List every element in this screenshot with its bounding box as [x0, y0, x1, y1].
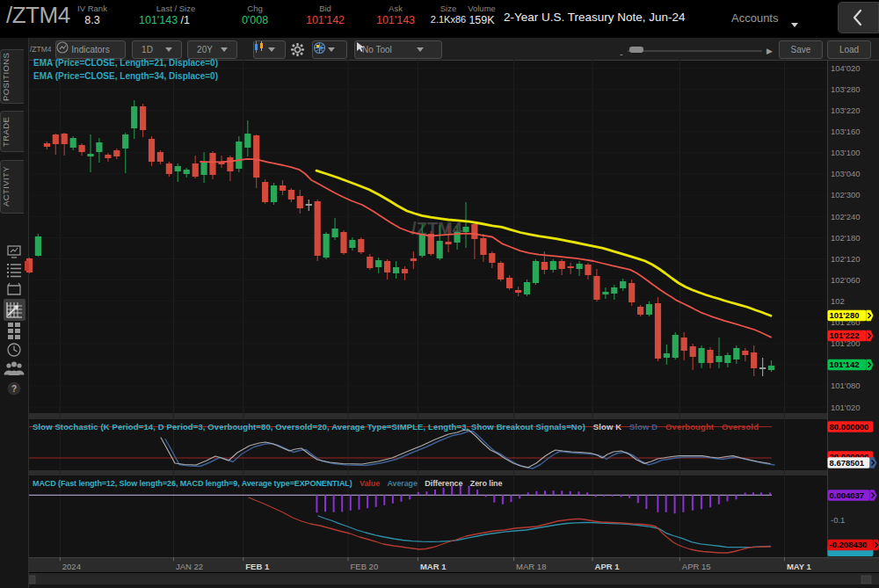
svg-text:103'160: 103'160: [831, 127, 861, 136]
svg-text:101'142: 101'142: [830, 359, 860, 369]
svg-text:?: ?: [11, 384, 17, 394]
svg-text:102'300: 102'300: [831, 190, 861, 200]
svg-text:APR 15: APR 15: [682, 562, 711, 571]
svg-text:102'180: 102'180: [831, 233, 861, 243]
svg-text:MAY 1: MAY 1: [787, 562, 812, 571]
svg-text:101'222: 101'222: [830, 330, 860, 340]
svg-text:101'080: 101'080: [831, 381, 861, 390]
svg-text:103'040: 103'040: [831, 169, 861, 178]
svg-text:103'220: 103'220: [831, 105, 861, 115]
svg-text:FEB 1: FEB 1: [245, 562, 270, 571]
svg-text:8.678501: 8.678501: [830, 458, 865, 468]
svg-text:APR 1: APR 1: [595, 562, 621, 571]
svg-text:MAR 1: MAR 1: [420, 562, 447, 571]
svg-text:102'240: 102'240: [831, 212, 861, 221]
svg-text:-0.1: -0.1: [831, 515, 845, 525]
svg-text:2024: 2024: [62, 562, 81, 571]
svg-text:102'120: 102'120: [831, 254, 861, 264]
svg-text:MAR 18: MAR 18: [516, 562, 546, 571]
svg-text:FEB 20: FEB 20: [351, 562, 379, 571]
svg-text:103'100: 103'100: [831, 148, 861, 157]
svg-text:-0.208430: -0.208430: [830, 540, 868, 549]
svg-text:102'060: 102'060: [831, 275, 861, 285]
svg-text:101'020: 101'020: [831, 403, 861, 412]
svg-text:0.004037: 0.004037: [830, 490, 865, 500]
svg-text:102: 102: [831, 296, 845, 306]
svg-text:104'020: 104'020: [831, 63, 861, 73]
svg-text:JAN 22: JAN 22: [176, 562, 203, 571]
svg-text:80.000000: 80.000000: [830, 422, 869, 432]
svg-text:101'280: 101'280: [830, 310, 860, 320]
svg-text:103'280: 103'280: [831, 84, 861, 94]
